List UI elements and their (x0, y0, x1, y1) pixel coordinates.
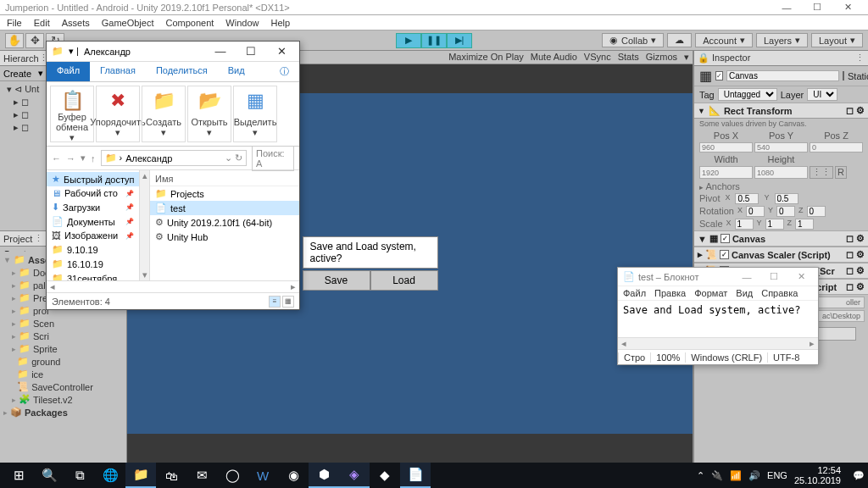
sidebar-item[interactable]: 📄Документы📌 (47, 214, 139, 229)
close-icon[interactable]: ✕ (832, 2, 863, 13)
notepad-maximize[interactable]: ☐ (762, 271, 786, 282)
pause-button[interactable]: ❚❚ (421, 33, 447, 48)
play-button[interactable]: ▶ (396, 33, 421, 48)
explorer-maximize[interactable]: ☐ (238, 45, 264, 58)
sidebar-item[interactable]: 📁16.10.19 (47, 257, 139, 271)
project-item[interactable]: 📁 ground (0, 355, 126, 368)
store-icon[interactable]: 🛍 (156, 463, 186, 488)
ribbon-item[interactable]: ▦Выделить▾ (233, 86, 277, 142)
maximize-on-play[interactable]: Maximize On Play (448, 52, 524, 63)
save-button[interactable]: Save (303, 270, 370, 291)
app-icon[interactable]: ◆ (370, 463, 400, 488)
address-bar[interactable]: 📁 › Александр⌄ ↻ (101, 150, 248, 166)
maximize-icon[interactable]: ☐ (802, 2, 832, 13)
gizmos[interactable]: Gizmos (646, 52, 677, 63)
hierarchy-tab[interactable]: Hierarch⋮ (0, 51, 47, 66)
sidebar-item[interactable]: ⬇Загрузки📌 (47, 200, 139, 214)
scroll-right-icon[interactable]: ▸ (291, 281, 296, 292)
ribbon-item[interactable]: 📋Буфер обмена▾ (50, 86, 94, 142)
menu-component[interactable]: Component (165, 18, 214, 28)
hierarchy-item[interactable]: ▸ ◻ (2, 108, 45, 121)
explorer-taskbar[interactable]: 📁 (125, 463, 156, 488)
menu-window[interactable]: Window (225, 18, 259, 28)
help-icon[interactable]: ⓘ (270, 62, 299, 81)
icons-view-icon[interactable]: ▦ (282, 296, 294, 308)
layers-dropdown[interactable]: Layers ▾ (756, 33, 808, 47)
sidebar-item[interactable]: 🖥Рабочий сто📌 (47, 186, 139, 200)
rect-transform-header[interactable]: Rect Transform (724, 106, 793, 116)
tab-share[interactable]: Поделиться (146, 62, 218, 81)
back-icon[interactable]: ← (52, 153, 61, 164)
notepad-content[interactable]: Save and Load system, active? (618, 301, 818, 337)
hierarchy-item[interactable]: ▸ ◻ (2, 121, 45, 134)
clock[interactable]: 12:54 25.10.2019 (794, 465, 846, 485)
menu-file[interactable]: File (7, 18, 22, 28)
start-button[interactable]: ⊞ (3, 463, 34, 488)
vs-taskbar[interactable]: ◈ (339, 463, 370, 488)
notepad-taskbar[interactable]: 📄 (400, 463, 431, 488)
menu-help[interactable]: Help (270, 18, 290, 28)
project-item[interactable]: ▸🧩 Tileset.v2 (0, 393, 126, 406)
hand-tool-icon[interactable]: ✋ (5, 33, 24, 48)
file-item[interactable]: 📁Projects (150, 186, 299, 201)
column-name[interactable]: Имя (150, 172, 299, 186)
search-icon[interactable]: 🔍 (34, 463, 64, 488)
mute-audio[interactable]: Mute Audio (531, 52, 577, 63)
tab-home[interactable]: Главная (90, 62, 146, 81)
scroll-right-icon[interactable]: ▸ (810, 338, 815, 349)
project-item[interactable]: ▸📁 Scri (0, 330, 126, 342)
np-menu-view[interactable]: Вид (736, 288, 753, 298)
chrome-icon[interactable]: ◯ (217, 463, 248, 488)
file-item[interactable]: 📄test (150, 201, 299, 215)
project-item[interactable]: ▸📁 Scen (0, 317, 126, 330)
tab-view[interactable]: Вид (218, 62, 255, 81)
task-view-icon[interactable]: ⧉ (64, 463, 95, 488)
steam-icon[interactable]: ◉ (278, 463, 309, 488)
minimize-icon[interactable]: — (771, 3, 802, 13)
menu-edit[interactable]: Edit (34, 18, 50, 28)
file-item[interactable]: ⚙Unity 2019.2.10f1 (64-bit) (150, 215, 299, 230)
menu-gameobject[interactable]: GameObject (102, 18, 154, 28)
ribbon-item[interactable]: ✖Упорядочить▾ (96, 86, 140, 142)
explorer-minimize[interactable]: — (208, 45, 233, 58)
sidebar-item[interactable]: ★Быстрый доступ (47, 172, 139, 186)
edge-icon[interactable]: 🌐 (95, 463, 125, 488)
stats[interactable]: Stats (618, 52, 639, 63)
posy-input[interactable] (754, 142, 808, 152)
notifications-icon[interactable]: 💬 (853, 470, 865, 481)
layout-dropdown[interactable]: Layout ▾ (811, 33, 863, 47)
np-menu-help[interactable]: Справка (761, 288, 798, 298)
np-menu-file[interactable]: Файл (623, 288, 646, 298)
np-menu-edit[interactable]: Правка (654, 288, 686, 298)
canvas-scaler-component[interactable]: Canvas Scaler (Script) (732, 250, 831, 260)
volume-icon[interactable]: 🔊 (748, 470, 760, 481)
project-item[interactable]: ▸📦 Packages (0, 406, 126, 419)
tray-up-icon[interactable]: ⌃ (697, 470, 704, 481)
project-item[interactable]: ▸📁 Sprite (0, 342, 126, 355)
sidebar-item[interactable]: 📁9.10.19 (47, 242, 139, 257)
create-button[interactable]: Create (3, 69, 31, 79)
active-checkbox[interactable]: ✓ (715, 71, 723, 80)
canvas-component[interactable]: Canvas (732, 234, 765, 244)
project-item[interactable]: 📜 SaveController (0, 380, 126, 393)
static-checkbox[interactable] (843, 71, 844, 80)
mail-icon[interactable]: ✉ (186, 463, 217, 488)
cloud-icon[interactable]: ☁ (667, 33, 692, 47)
vsync[interactable]: VSync (584, 52, 611, 63)
unity-taskbar[interactable]: ⬢ (309, 463, 339, 488)
account-dropdown[interactable]: Account ▾ (695, 33, 753, 47)
file-item[interactable]: ⚙Unity Hub (150, 230, 299, 244)
move-tool-icon[interactable]: ✥ (25, 33, 44, 48)
notepad-close[interactable]: ✕ (789, 271, 813, 282)
ribbon-item[interactable]: 📁Создать▾ (142, 86, 186, 142)
forward-icon[interactable]: → (66, 153, 75, 164)
step-button[interactable]: ▶| (447, 33, 472, 48)
sidebar-item[interactable]: 📁31сентября (47, 271, 139, 280)
collab-button[interactable]: ◉ Collab ▾ (602, 33, 664, 47)
object-name-input[interactable] (726, 70, 839, 81)
hierarchy-root[interactable]: ▾ ⊲ Unt (2, 83, 45, 96)
up-icon[interactable]: ↑ (91, 153, 96, 164)
scroll-left-icon[interactable]: ◂ (50, 281, 55, 292)
layer-dropdown[interactable]: UI (807, 88, 837, 101)
notepad-minimize[interactable]: — (735, 272, 759, 282)
